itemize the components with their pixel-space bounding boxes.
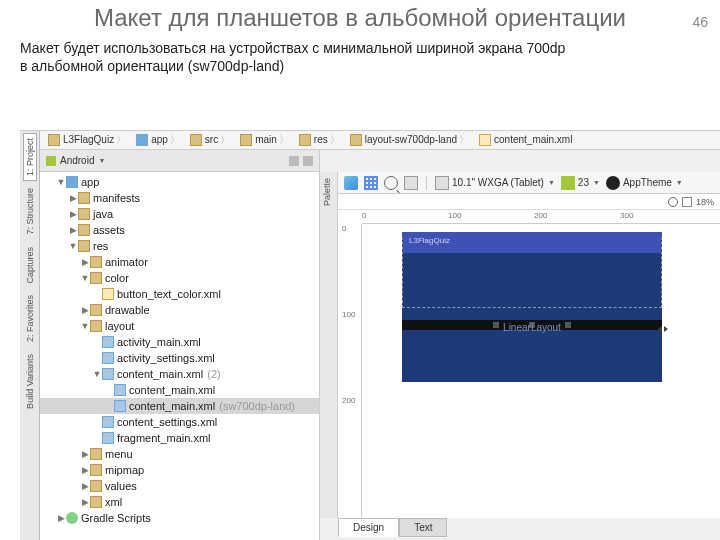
tree-node[interactable]: ▶Gradle Scripts [40,510,319,526]
node-label: fragment_main.xml [117,430,211,446]
slide-title: Макет для планшетов в альбомной ориентац… [0,0,720,35]
node-label: button_text_color.xml [117,286,221,302]
layout-designer: Palette 10.1" WXGA (Tablet) 23 Ap [320,150,720,540]
tree-node[interactable]: activity_main.xml [40,334,319,350]
tree-node[interactable]: ▶xml [40,494,319,510]
tool-window-tab[interactable]: 1: Project [23,133,37,181]
expand-icon[interactable]: ▶ [80,478,90,494]
zoom-icon[interactable] [384,176,398,190]
layout-type-label: LinearLayout [402,322,662,333]
expand-icon[interactable]: ▼ [92,366,102,382]
tree-node[interactable]: content_main.xml [40,382,319,398]
slide-text-line1: Макет будет использоваться на устройства… [20,39,700,57]
node-icon [90,256,102,268]
gear-icon[interactable] [303,156,313,166]
node-icon [102,368,114,380]
tree-node[interactable]: ▶animator [40,254,319,270]
view-options-icon[interactable] [344,176,358,190]
node-label: menu [105,446,133,462]
ruler-tick: 300 [620,211,633,220]
tree-node[interactable]: button_text_color.xml [40,286,319,302]
node-label: content_settings.xml [117,414,217,430]
node-label: assets [93,222,125,238]
tree-node[interactable]: ▶mipmap [40,462,319,478]
design-toolbar: 10.1" WXGA (Tablet) 23 AppTheme [338,172,720,194]
tree-node[interactable]: ▶java [40,206,319,222]
expand-icon[interactable]: ▶ [68,190,78,206]
tree-node[interactable]: ▶menu [40,446,319,462]
collapse-icon[interactable] [289,156,299,166]
expand-icon[interactable]: ▶ [80,494,90,510]
grid-icon[interactable] [364,176,378,190]
expand-icon[interactable]: ▼ [68,238,78,254]
expand-icon[interactable]: ▼ [80,318,90,334]
project-tool-window: Android ▼ ▼app▶manifests▶java▶assets▼res… [40,150,320,540]
tree-node[interactable]: ▼color [40,270,319,286]
tree-node[interactable]: ▶drawable [40,302,319,318]
expand-icon[interactable]: ▶ [56,510,66,526]
ruler-horizontal: 0100200300 [362,210,720,224]
tree-node[interactable]: ▼content_main.xml(2) [40,366,319,382]
refresh-icon[interactable] [668,197,678,207]
node-label: values [105,478,137,494]
tree-node[interactable]: ▼res [40,238,319,254]
node-qualifier: (sw700dp-land) [219,398,295,414]
palette-panel[interactable]: Palette [320,172,338,518]
node-icon [78,208,90,220]
tree-node[interactable]: ▶manifests [40,190,319,206]
theme-selector[interactable]: AppTheme [606,176,683,190]
tree-node[interactable]: content_settings.xml [40,414,319,430]
tool-window-tab[interactable]: Build Variants [23,349,37,414]
project-view-label: Android [60,155,94,166]
tree-node[interactable]: ▶assets [40,222,319,238]
ruler-tick: 100 [342,310,355,319]
tree-node[interactable]: ▼app [40,174,319,190]
ruler-tick: 100 [448,211,461,220]
tree-node[interactable]: content_main.xml(sw700dp-land) [40,398,319,414]
api-selector[interactable]: 23 [561,176,600,190]
designer-mode-tab[interactable]: Text [399,518,447,537]
tree-node[interactable]: ▼layout [40,318,319,334]
node-icon [78,224,90,236]
device-frame-top: L3FlagQuiz [402,232,662,308]
designer-mode-tab[interactable]: Design [338,518,399,537]
zoom-value: 18% [696,197,714,207]
node-label: content_main.xml [129,382,215,398]
expand-icon[interactable]: ▼ [80,270,90,286]
ruler-tick: 200 [342,396,355,405]
device-preview[interactable]: L3FlagQuiz LinearLayout [402,232,662,382]
expand-icon[interactable]: ▶ [80,446,90,462]
expand-icon[interactable]: ▶ [68,222,78,238]
expand-icon[interactable]: ▼ [56,174,66,190]
tool-window-tab[interactable]: 2: Favorites [23,290,37,347]
node-icon [102,336,114,348]
tool-window-tab[interactable]: Captures [23,242,37,289]
node-icon [78,192,90,204]
resize-handle-icon[interactable] [658,326,668,332]
tree-node[interactable]: activity_settings.xml [40,350,319,366]
design-canvas[interactable]: 0100200300 0100200 L3FlagQuiz LinearLayo… [338,210,720,518]
expand-icon[interactable]: ▶ [80,254,90,270]
node-label: java [93,206,113,222]
node-icon [66,512,78,524]
expand-icon[interactable]: ▶ [68,206,78,222]
android-icon [46,156,56,166]
node-label: activity_main.xml [117,334,201,350]
node-label: animator [105,254,148,270]
tree-node[interactable]: fragment_main.xml [40,430,319,446]
theme-label: AppTheme [623,177,672,188]
zoom-out-icon[interactable] [682,197,692,207]
tree-node[interactable]: ▶values [40,478,319,494]
separator [426,176,427,190]
palette-label: Palette [320,172,334,212]
tool-window-tab[interactable]: 7: Structure [23,183,37,240]
expand-icon[interactable]: ▶ [80,462,90,478]
orientation-icon[interactable] [404,176,418,190]
device-selector[interactable]: 10.1" WXGA (Tablet) [435,176,555,190]
node-icon [90,480,102,492]
project-view-selector[interactable]: Android ▼ [40,150,319,172]
design-surface[interactable]: L3FlagQuiz LinearLayout [362,224,720,518]
expand-icon[interactable]: ▶ [80,302,90,318]
node-icon [102,288,114,300]
slide-number: 46 [692,14,708,30]
